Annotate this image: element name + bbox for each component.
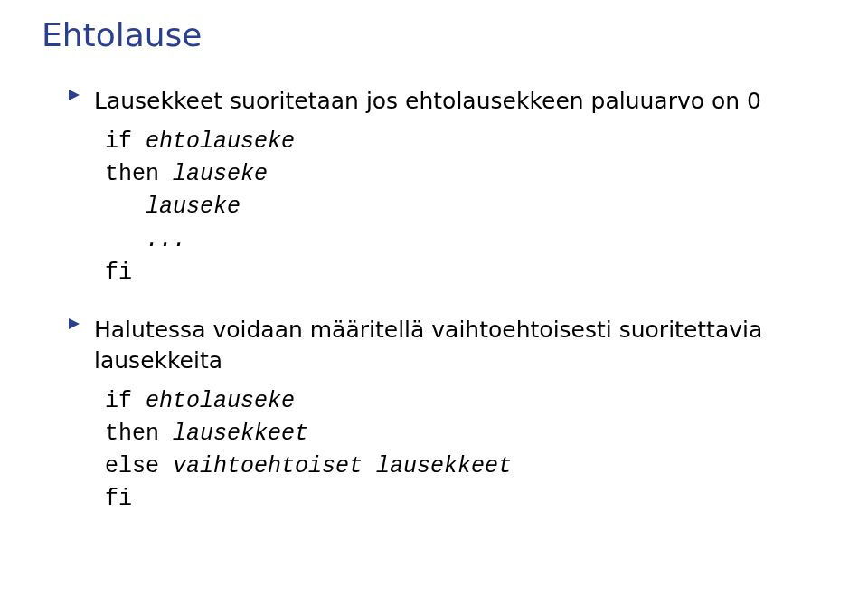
code-text: ehtolauseke: [132, 128, 295, 155]
keyword-then: then: [105, 161, 159, 187]
code-text: lauseke: [159, 161, 268, 187]
triangle-icon: [67, 317, 81, 331]
slide: Ehtolause Lausekkeet suoritetaan jos eht…: [0, 0, 868, 597]
bullet-text: Lausekkeet suoritetaan jos ehtolausekkee…: [94, 86, 826, 117]
triangle-icon: [67, 88, 81, 102]
keyword-fi: fi: [105, 486, 132, 512]
keyword-if: if: [105, 128, 132, 155]
bullet-item: Halutessa voidaan määritellä vaihtoehtoi…: [67, 315, 826, 376]
code-block-if-then-fi: if ehtolauseke then lauseke lauseke ... …: [105, 126, 826, 289]
slide-title: Ehtolause: [42, 16, 826, 53]
code-block-if-then-else-fi: if ehtolauseke then lausekkeet else vaih…: [105, 385, 826, 516]
bullet-text: Halutessa voidaan määritellä vaihtoehtoi…: [94, 315, 826, 376]
svg-marker-0: [69, 90, 80, 100]
bullet-item: Lausekkeet suoritetaan jos ehtolausekkee…: [67, 86, 826, 117]
code-text: lausekkeet: [159, 421, 308, 447]
code-text: ehtolauseke: [132, 388, 295, 414]
keyword-fi: fi: [105, 260, 132, 286]
code-text: ...: [105, 227, 186, 253]
keyword-else: else: [105, 453, 159, 479]
code-text: lauseke: [105, 194, 241, 220]
code-text: vaihtoehtoiset lausekkeet: [159, 453, 512, 479]
keyword-then: then: [105, 421, 159, 447]
svg-marker-1: [69, 318, 80, 329]
keyword-if: if: [105, 388, 132, 414]
